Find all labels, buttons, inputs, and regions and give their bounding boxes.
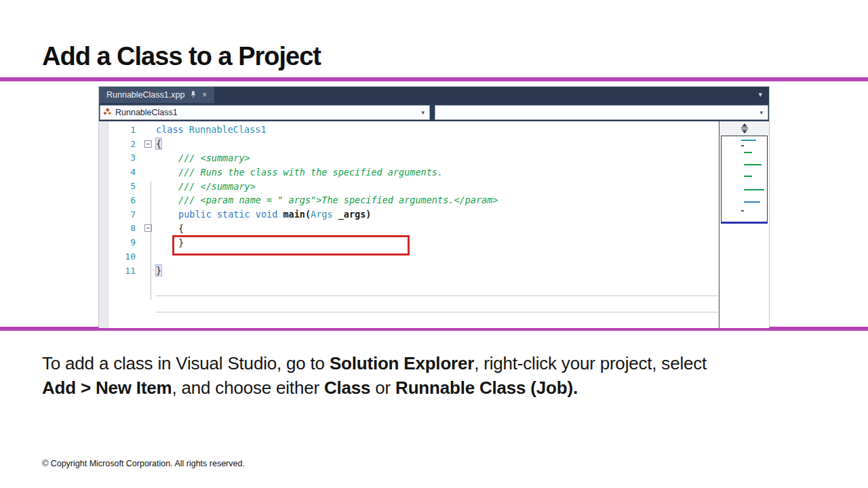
code-text: public static void main(Args _args) (156, 209, 372, 220)
body-text-segment: Runnable Class (Job). (395, 378, 578, 398)
line-number: 1 (99, 125, 144, 135)
code-editor-viewport[interactable]: 1class RunnableClass12{3/// <summary>4//… (99, 121, 769, 328)
line-number: 3 (99, 152, 144, 163)
tab-list-dropdown-icon[interactable]: ▾ (758, 90, 762, 99)
line-number: 6 (99, 195, 144, 205)
minimap-code-line (741, 210, 744, 211)
navigation-bar: RunnableClass1 ▾ ▾ (99, 103, 769, 121)
code-token: class (156, 124, 189, 135)
vs-editor-screenshot: RunnableClass1.xpp × ▾ RunnableClass1 ▾ … (98, 86, 770, 327)
splitter-bar (741, 129, 748, 129)
editor-splitter-handle[interactable] (719, 121, 769, 136)
code-token: /// Runs the class with the specified ar… (178, 167, 443, 178)
member-selector-combo[interactable]: ▾ (435, 105, 768, 120)
scrollbar-minimap-column[interactable] (719, 121, 769, 328)
current-line-indicator (156, 296, 718, 312)
fold-column (144, 140, 156, 148)
splitter-bar (741, 127, 748, 128)
copyright-text: © Copyright Microsoft Corporation. All r… (42, 459, 245, 468)
code-text: class RunnableClass1 (156, 124, 267, 135)
line-number: 8 (99, 223, 144, 233)
minimap-code-line (744, 189, 764, 190)
page-title: Add a Class to a Project (42, 42, 321, 71)
code-token: /// <param name = " args">The specified … (178, 195, 498, 205)
code-token: main( (283, 209, 311, 220)
minimap-code-line (744, 176, 752, 177)
body-text-segment: Class (324, 378, 370, 398)
collapse-icon[interactable] (144, 140, 152, 148)
code-line: 11} (99, 264, 719, 278)
code-line: 7public static void main(Args _args) (99, 207, 719, 222)
title-underline-rule (0, 77, 868, 81)
code-token: { (156, 138, 161, 149)
body-text-segment: , and choose either (172, 378, 324, 398)
code-token: public static void (178, 209, 283, 220)
code-line: 3/// <summary> (99, 151, 719, 165)
type-selector-combo[interactable]: RunnableClass1 ▾ (100, 105, 430, 120)
splitter-up-arrow-icon (742, 123, 747, 127)
minimap-thumb[interactable] (721, 136, 768, 224)
body-line-2: Add > New Item, and choose either Class … (42, 375, 707, 400)
tab-runnableclass1-xpp[interactable]: RunnableClass1.xpp × (99, 87, 214, 103)
highlight-red-box (172, 235, 410, 256)
code-text: } (156, 265, 161, 276)
code-line: 5/// </summary> (99, 179, 719, 193)
fold-guide-line (151, 181, 151, 300)
code-token: _args) (333, 209, 372, 220)
minimap-code-line (744, 152, 752, 153)
code-line: 8{ (99, 222, 719, 236)
code-token: RunnableClass1 (189, 124, 267, 135)
line-number: 2 (99, 139, 144, 149)
body-text-segment: Solution Explorer (330, 353, 474, 373)
splitter-down-arrow-icon (742, 130, 747, 134)
minimap-code-line (744, 201, 760, 203)
code-line: 6/// <param name = " args">The specified… (99, 193, 719, 207)
line-number: 11 (99, 266, 144, 276)
class-icon (103, 108, 112, 117)
line-number: 4 (99, 167, 144, 177)
line-number: 7 (99, 209, 144, 220)
body-text-segment: Add > New Item (42, 378, 172, 398)
line-number: 9 (99, 237, 144, 247)
code-line: 4/// Runs the class with the specified a… (99, 165, 719, 179)
code-text: /// </summary> (156, 181, 256, 192)
code-text: /// Runs the class with the specified ar… (156, 167, 443, 178)
code-token: /// <summary> (178, 152, 250, 163)
code-text: /// <summary> (156, 152, 250, 163)
code-token: Args (311, 209, 333, 220)
tab-label: RunnableClass1.xpp (106, 90, 184, 100)
minimap-code-line (741, 140, 756, 141)
body-line-1: To add a class in Visual Studio, go to S… (42, 351, 707, 375)
close-icon[interactable]: × (202, 91, 207, 99)
type-selector-value: RunnableClass1 (115, 108, 178, 117)
minimap-code-line (744, 164, 762, 165)
line-number: 5 (99, 181, 144, 191)
document-tab-bar: RunnableClass1.xpp × ▾ (99, 87, 769, 103)
code-line: 2{ (99, 137, 719, 151)
chevron-down-icon[interactable]: ▾ (760, 109, 763, 116)
minimap-code-line (741, 145, 744, 146)
line-number: 10 (99, 251, 144, 262)
body-text-segment: or (370, 378, 395, 398)
pin-icon[interactable] (190, 91, 197, 100)
body-paragraph: To add a class in Visual Studio, go to S… (42, 351, 707, 400)
code-token: } (156, 265, 161, 276)
code-line: 1class RunnableClass1 (99, 123, 719, 137)
body-text-segment: , right-click your project, select (474, 353, 707, 373)
code-token: /// </summary> (178, 181, 256, 192)
code-text: /// <param name = " args">The specified … (156, 195, 498, 205)
body-text-segment: To add a class in Visual Studio, go to (42, 353, 330, 373)
code-text: { (156, 138, 161, 149)
chevron-down-icon[interactable]: ▾ (421, 109, 425, 116)
code-text: { (156, 223, 184, 234)
code-token: { (178, 223, 184, 234)
